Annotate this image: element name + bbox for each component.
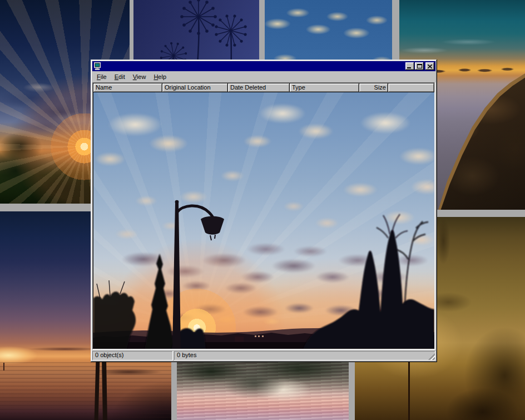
menu-file[interactable]: File: [93, 72, 111, 82]
wallpaper-photo-water-reflections: [177, 358, 349, 420]
menu-edit[interactable]: Edit: [111, 72, 129, 82]
column-header-row: Name Original Location Date Deleted Type…: [93, 83, 434, 92]
column-header-type[interactable]: Type: [290, 83, 359, 92]
menu-bar: File Edit View Help: [92, 71, 435, 82]
computer-icon[interactable]: [93, 62, 102, 70]
recycle-bin-window: File Edit View Help Name Original Locati…: [91, 60, 437, 362]
column-header-size[interactable]: Size: [359, 83, 388, 92]
status-bar: 0 object(s) 0 bytes: [92, 351, 435, 360]
column-header-filler: [388, 83, 434, 92]
minimize-icon: [407, 67, 411, 68]
title-bar[interactable]: [92, 61, 435, 71]
column-header-name[interactable]: Name: [93, 83, 162, 92]
maximize-button[interactable]: [415, 62, 424, 70]
column-header-original-location[interactable]: Original Location: [162, 83, 228, 92]
menu-view[interactable]: View: [129, 72, 150, 82]
water-pole-far: [3, 363, 4, 370]
content-area-sunset-photo[interactable]: [93, 92, 434, 349]
water-streaks: [0, 359, 171, 420]
silhouettes: [93, 92, 434, 349]
maximize-icon: [417, 64, 422, 68]
column-header-date-deleted[interactable]: Date Deleted: [228, 83, 290, 92]
list-view-inner: Name Original Location Date Deleted Type…: [93, 83, 434, 349]
list-view: Name Original Location Date Deleted Type…: [92, 82, 435, 350]
status-object-count: 0 object(s): [92, 351, 173, 360]
minimize-button[interactable]: [405, 62, 414, 70]
menu-help[interactable]: Help: [150, 72, 170, 82]
status-size: 0 bytes: [174, 351, 435, 360]
desktop: { "colors": { "titlebar": "#000080", "ch…: [0, 0, 525, 420]
close-button[interactable]: [425, 62, 434, 70]
close-icon: [428, 65, 432, 68]
thin-pole: [408, 362, 410, 420]
